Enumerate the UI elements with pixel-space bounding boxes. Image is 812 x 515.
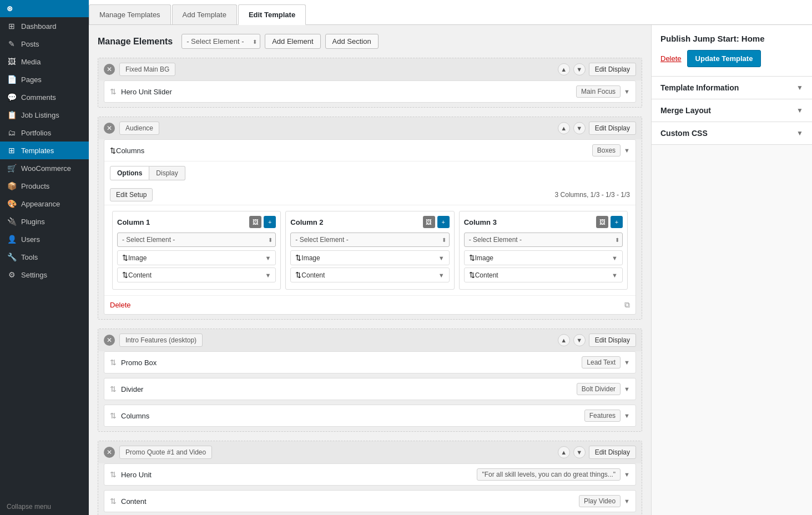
- col-img-icon-0[interactable]: 🖼: [249, 216, 261, 228]
- wp-logo-icon: ⊛: [7, 4, 13, 13]
- col-element-arrow[interactable]: ▼: [265, 255, 271, 261]
- columns-dropdown-arrow[interactable]: ▼: [624, 147, 630, 154]
- sidebar-item-media[interactable]: 🖼Media: [0, 53, 89, 70]
- edit-setup-button[interactable]: Edit Setup: [110, 188, 153, 201]
- col-element-arrow[interactable]: ▼: [438, 255, 445, 261]
- sidebar-item-settings[interactable]: ⚙Settings: [0, 266, 89, 284]
- sidebar-item-pages[interactable]: 📄Pages: [0, 70, 89, 88]
- element-dropdown-arrow[interactable]: ▼: [624, 88, 630, 95]
- update-template-button[interactable]: Update Template: [687, 50, 761, 67]
- sidebar-item-templates[interactable]: ⊞Templates: [0, 142, 89, 159]
- sidebar-item-plugins[interactable]: 🔌Plugins: [0, 213, 89, 230]
- nav-icon: 📦: [7, 181, 17, 190]
- sidebar-item-woocommerce[interactable]: 🛒WooCommerce: [0, 159, 89, 177]
- section-close-0[interactable]: ✕: [104, 64, 115, 75]
- sidebar-item-users[interactable]: 👤Users: [0, 230, 89, 248]
- accordion-header-0[interactable]: Template Information ▼: [652, 77, 812, 99]
- col-element-arrow[interactable]: ▼: [612, 255, 618, 261]
- sidebar-logo: ⊛: [0, 0, 89, 17]
- section-up-1[interactable]: ▲: [558, 122, 570, 134]
- col-tab-options[interactable]: Options: [110, 166, 149, 180]
- col-add-icon-2[interactable]: +: [611, 216, 623, 228]
- element-tag-btn[interactable]: Play Video: [579, 495, 621, 507]
- accordion-item-0[interactable]: Template Information ▼: [652, 77, 812, 99]
- columns-tag[interactable]: Boxes: [592, 144, 621, 156]
- section-label-0[interactable]: Fixed Main BG: [119, 63, 175, 76]
- col-add-icon-1[interactable]: +: [437, 216, 450, 228]
- section-down-0[interactable]: ▼: [573, 63, 586, 75]
- col-element-name: Image: [475, 254, 608, 262]
- select-element-wrapper[interactable]: - Select Element -: [181, 34, 260, 49]
- col-select-wrapper-2[interactable]: - Select Element -: [464, 233, 623, 247]
- col-select-0[interactable]: - Select Element -: [117, 233, 276, 247]
- section-label-1[interactable]: Audience: [119, 122, 159, 135]
- sidebar-item-products[interactable]: 📦Products: [0, 177, 89, 195]
- element-dropdown-arrow[interactable]: ▼: [624, 359, 630, 366]
- element-dropdown-arrow[interactable]: ▼: [624, 386, 630, 392]
- sidebar-item-dashboard[interactable]: ⊞Dashboard: [0, 17, 89, 35]
- sidebar-item-appearance[interactable]: 🎨Appearance: [0, 195, 89, 213]
- section-down-1[interactable]: ▼: [573, 122, 586, 134]
- element-tag-btn[interactable]: Lead Text: [582, 356, 621, 368]
- section-up-2[interactable]: ▲: [558, 334, 570, 346]
- col-add-icon-0[interactable]: +: [264, 216, 276, 228]
- section-label-3[interactable]: Promo Quote #1 and Video: [119, 446, 212, 459]
- element-dropdown-arrow[interactable]: ▼: [624, 412, 630, 419]
- section-down-3[interactable]: ▼: [573, 446, 586, 458]
- col-element-arrow[interactable]: ▼: [612, 272, 618, 279]
- section-close-3[interactable]: ✕: [104, 447, 115, 458]
- columns-copy-icon[interactable]: ⧉: [624, 300, 630, 310]
- col-select-wrapper-1[interactable]: - Select Element -: [290, 233, 449, 247]
- element-tag-btn[interactable]: Bolt Divider: [577, 383, 621, 395]
- col-select-1[interactable]: - Select Element -: [290, 233, 449, 247]
- right-sidebar-actions: Delete Update Template: [660, 50, 803, 67]
- element-dropdown-arrow[interactable]: ▼: [624, 471, 630, 478]
- col-img-icon-1[interactable]: 🖼: [423, 216, 435, 228]
- edit-display-3[interactable]: Edit Display: [589, 446, 636, 459]
- section-up-3[interactable]: ▲: [558, 446, 570, 458]
- element-tag-btn[interactable]: Features: [584, 410, 621, 422]
- nav-label: Pages: [21, 75, 42, 84]
- add-element-button[interactable]: Add Element: [265, 34, 320, 49]
- tab-add-template[interactable]: Add Template: [172, 4, 237, 24]
- sidebar-item-portfolios[interactable]: 🗂Portfolios: [0, 124, 89, 142]
- col-element-arrow[interactable]: ▼: [438, 272, 445, 279]
- element-tag-btn[interactable]: "For all skill levels, you can do great …: [477, 468, 621, 481]
- section-up-0[interactable]: ▲: [558, 63, 570, 75]
- col-select-2[interactable]: - Select Element -: [464, 233, 623, 247]
- nav-label: Comments: [21, 93, 56, 102]
- element-dropdown-arrow[interactable]: ▼: [624, 498, 630, 504]
- section-close-2[interactable]: ✕: [104, 335, 115, 346]
- add-section-button[interactable]: Add Section: [325, 34, 379, 49]
- accordion-item-1[interactable]: Merge Layout ▼: [652, 99, 812, 122]
- col-tab-display[interactable]: Display: [149, 166, 185, 180]
- sidebar-item-job-listings[interactable]: 📋Job Listings: [0, 106, 89, 124]
- col-select-wrapper-0[interactable]: - Select Element -: [117, 233, 276, 247]
- sidebar-item-comments[interactable]: 💬Comments: [0, 88, 89, 106]
- select-element-dropdown[interactable]: - Select Element -: [181, 34, 260, 49]
- element-tag-btn[interactable]: Main Focus: [576, 85, 621, 98]
- tab-edit-template[interactable]: Edit Template: [238, 4, 306, 25]
- edit-display-2[interactable]: Edit Display: [589, 334, 636, 347]
- accordion-header-2[interactable]: Custom CSS ▼: [652, 122, 812, 144]
- element-move-icon: ⇅: [110, 411, 117, 420]
- nav-label: Portfolios: [21, 129, 51, 137]
- section-close-1[interactable]: ✕: [104, 123, 115, 134]
- delete-link[interactable]: Delete: [660, 54, 682, 63]
- edit-display-0[interactable]: Edit Display: [589, 63, 636, 76]
- col-element-arrow[interactable]: ▼: [265, 272, 271, 279]
- section-label-2[interactable]: Intro Features (desktop): [119, 334, 203, 347]
- collapse-menu[interactable]: Collapse menu: [0, 498, 89, 515]
- section-block-0: ✕ Fixed Main BG ▲ ▼ Edit Display ⇅ Hero …: [98, 58, 642, 108]
- manage-elements-title: Manage Elements: [98, 37, 173, 47]
- edit-display-1[interactable]: Edit Display: [589, 122, 636, 135]
- sidebar-item-posts[interactable]: ✎Posts: [0, 35, 89, 53]
- column-title-1: Column 2: [290, 218, 323, 226]
- sidebar-item-tools[interactable]: 🔧Tools: [0, 248, 89, 266]
- columns-delete-link[interactable]: Delete: [110, 301, 131, 309]
- accordion-header-1[interactable]: Merge Layout ▼: [652, 99, 812, 122]
- col-img-icon-2[interactable]: 🖼: [596, 216, 608, 228]
- accordion-item-2[interactable]: Custom CSS ▼: [652, 122, 812, 145]
- tab-manage-templates[interactable]: Manage Templates: [89, 4, 171, 24]
- section-down-2[interactable]: ▼: [573, 334, 586, 346]
